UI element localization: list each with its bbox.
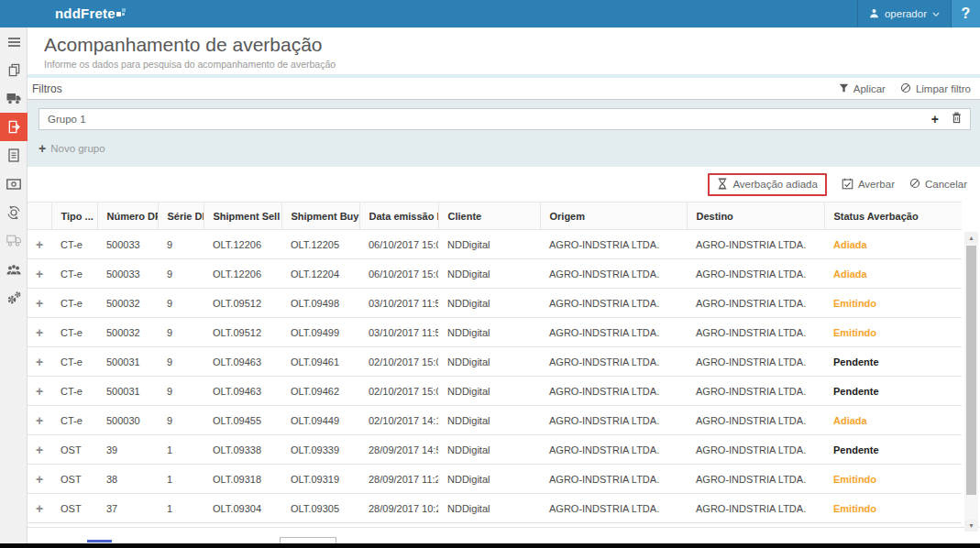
- user-menu-button[interactable]: operador: [857, 0, 952, 27]
- scroll-up-arrow[interactable]: ▲: [964, 232, 978, 244]
- column-header-serie[interactable]: Série DPS: [158, 203, 204, 230]
- expand-row-button[interactable]: +: [28, 259, 51, 289]
- cell-tipo: CT-e: [51, 347, 97, 377]
- cell-buy: OLT.09499: [281, 318, 359, 347]
- averbacao-adiada-button[interactable]: Averbação adiada: [708, 173, 827, 196]
- filter-panel: Grupo 1 + + Novo grupo: [28, 100, 980, 167]
- cell-buy: OLT.09461: [281, 347, 359, 377]
- table-action-bar: Averbação adiada Averbar Cancelar: [28, 167, 980, 202]
- delete-group-button[interactable]: [952, 111, 962, 127]
- menu-toggle-button[interactable]: [0, 27, 28, 56]
- cell-status: Pendente: [824, 435, 962, 465]
- cell-data: 28/09/2017 14:50: [359, 435, 438, 465]
- new-group-button[interactable]: + Novo grupo: [39, 142, 971, 155]
- table-row: +OST391OLT.09338OLT.0933928/09/2017 14:5…: [28, 435, 962, 465]
- sidebar-item-reports[interactable]: [0, 141, 28, 170]
- cell-destino: AGRO-INDSTRIA LTDA.: [687, 406, 824, 435]
- column-header-cliente[interactable]: Cliente: [438, 203, 540, 230]
- column-header-data[interactable]: Data emissão DPS: [359, 203, 438, 230]
- cell-serie: 9: [158, 318, 204, 347]
- cancelar-button[interactable]: Cancelar: [909, 178, 967, 191]
- apply-filter-label: Aplicar: [853, 83, 886, 94]
- sidebar-item-vehicles[interactable]: [0, 226, 28, 255]
- cell-status: Adiada: [824, 259, 962, 289]
- cell-buy: OLT.12204: [281, 259, 359, 289]
- expand-row-button[interactable]: +: [28, 406, 51, 435]
- sidebar-item-documents[interactable]: [0, 56, 28, 84]
- sidebar-item-billing[interactable]: [0, 198, 28, 226]
- cell-serie: 9: [158, 406, 204, 435]
- cell-origem: AGRO-INDSTRIA LTDA.: [540, 494, 687, 523]
- expand-row-button[interactable]: +: [28, 377, 51, 406]
- cell-serie: 1: [158, 494, 204, 523]
- expand-row-button[interactable]: +: [28, 289, 51, 318]
- scroll-down-arrow[interactable]: ▼: [964, 520, 978, 532]
- pagination-bar: [0, 527, 980, 543]
- table-row: +OST371OLT.09304OLT.0930528/09/2017 10:2…: [28, 494, 962, 523]
- table-vertical-scrollbar[interactable]: ▲ ▼: [964, 232, 978, 532]
- cell-tipo: CT-e: [51, 318, 97, 347]
- filter-group-bar[interactable]: Grupo 1 +: [39, 108, 971, 130]
- expand-row-button[interactable]: +: [28, 318, 51, 347]
- expand-row-button[interactable]: +: [28, 435, 51, 465]
- app-logo: nddFrete: [55, 2, 126, 26]
- logo-squares-icon: [116, 5, 126, 21]
- apply-filter-button[interactable]: Aplicar: [839, 82, 886, 95]
- cell-status: Adiada: [824, 230, 962, 259]
- expand-row-button[interactable]: +: [28, 347, 51, 377]
- cell-destino: AGRO-INDSTRIA LTDA.: [687, 435, 824, 465]
- scrollbar-thumb[interactable]: [966, 246, 976, 495]
- cell-data: 28/09/2017 11:29: [359, 465, 438, 494]
- add-filter-button[interactable]: +: [931, 113, 939, 126]
- sidebar-item-freight[interactable]: [0, 84, 28, 113]
- circle-slash-icon: [900, 82, 911, 95]
- cell-status: Emitindo: [824, 465, 962, 494]
- cell-destino: AGRO-INDSTRIA LTDA.: [687, 347, 824, 377]
- column-header-numero[interactable]: Número DPS: [97, 203, 158, 230]
- column-header-sell[interactable]: Shipment Sell: [204, 203, 281, 230]
- cell-numero: 500033: [97, 230, 158, 259]
- help-button[interactable]: ?: [952, 0, 980, 27]
- cell-origem: AGRO-INDSTRIA LTDA.: [540, 406, 687, 435]
- clear-filter-button[interactable]: Limpar filtro: [900, 82, 971, 95]
- calendar-check-icon: [842, 178, 853, 192]
- expand-row-button[interactable]: +: [28, 494, 51, 523]
- column-header-tipo[interactable]: Tipo ...: [51, 203, 97, 230]
- cell-sell: OLT.12206: [204, 230, 281, 259]
- column-header-origem[interactable]: Origem: [540, 203, 687, 230]
- cancelar-label: Cancelar: [925, 179, 967, 190]
- cell-numero: 37: [97, 494, 158, 523]
- cell-buy: OLT.09305: [281, 494, 359, 523]
- user-icon: [869, 8, 879, 20]
- cell-cliente: NDDigital: [438, 377, 540, 406]
- column-header-expand[interactable]: [28, 203, 51, 230]
- sidebar-item-averbacao[interactable]: [0, 113, 28, 141]
- sidebar-item-users[interactable]: [0, 255, 28, 283]
- cell-cliente: NDDigital: [438, 406, 540, 435]
- cell-buy: OLT.09319: [281, 465, 359, 494]
- settings-gears-icon: [6, 290, 21, 305]
- expand-row-button[interactable]: +: [28, 465, 51, 494]
- column-header-status[interactable]: Status Averbação: [824, 203, 962, 230]
- screen-bottom-edge: [0, 543, 980, 548]
- cell-data: 03/10/2017 11:59: [359, 289, 438, 318]
- clear-filter-label: Limpar filtro: [916, 83, 971, 94]
- chevron-down-icon: [932, 8, 940, 19]
- cell-tipo: CT-e: [51, 259, 97, 289]
- active-page-indicator[interactable]: [87, 540, 112, 543]
- sidebar-item-payments[interactable]: [0, 170, 28, 198]
- column-header-buy[interactable]: Shipment Buy: [281, 203, 359, 230]
- column-header-destino[interactable]: Destino: [687, 203, 824, 230]
- cell-origem: AGRO-INDSTRIA LTDA.: [540, 289, 687, 318]
- cell-buy: OLT.12205: [281, 230, 359, 259]
- cell-tipo: OST: [51, 494, 97, 523]
- sidebar-item-settings[interactable]: [0, 283, 28, 312]
- expand-row-button[interactable]: +: [28, 230, 51, 259]
- averbar-button[interactable]: Averbar: [842, 178, 895, 192]
- cell-numero: 500031: [97, 377, 158, 406]
- averbacao-table: Tipo ...Número DPSSérie DPSShipment Sell…: [28, 202, 962, 523]
- sidebar-nav: [0, 27, 28, 548]
- cell-data: 02/10/2017 14:16: [359, 406, 438, 435]
- table-row: +CT-e5000319OLT.09463OLT.0946202/10/2017…: [28, 377, 962, 406]
- document-icon: [7, 148, 20, 162]
